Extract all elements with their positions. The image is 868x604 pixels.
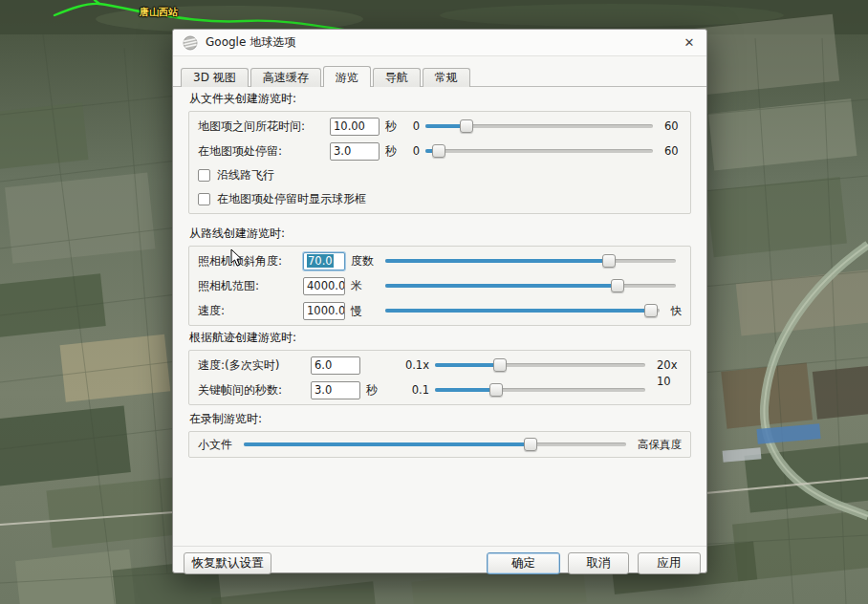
line-speed-row: 速度: 1000.0 慢 快 bbox=[189, 298, 690, 323]
options-dialog: Google 地球选项 ✕ 3D 视图 高速缓存 游览 导航 常规 从文件夹创建… bbox=[172, 29, 707, 573]
mouse-cursor bbox=[230, 248, 243, 267]
slider-max-label: 60 bbox=[664, 119, 682, 133]
show-balloon-row[interactable]: 在地图项处停留时显示球形框 bbox=[189, 187, 690, 211]
wait-at-feature-row: 在地图项处停留: 3.0 秒 0 60 bbox=[189, 139, 690, 163]
section-from-track: 根据航迹创建游览时: 速度:(多次实时) 6.0 0.1x 20x 关键帧间的秒… bbox=[188, 330, 691, 405]
small-file-label: 小文件 bbox=[198, 437, 238, 453]
cancel-button[interactable]: 取消 bbox=[568, 552, 629, 574]
time-between-input[interactable]: 10.00 bbox=[330, 118, 380, 136]
field-label: 在地图项处停留: bbox=[198, 143, 330, 160]
section-title: 从文件夹创建游览时: bbox=[189, 91, 691, 107]
slider-max-label: 10 bbox=[657, 375, 682, 388]
track-speed-row: 速度:(多次实时) 6.0 0.1x 20x bbox=[189, 353, 690, 378]
slider-track[interactable] bbox=[425, 149, 653, 153]
slider-thumb[interactable] bbox=[493, 358, 507, 372]
station-label: 唐山西站 bbox=[140, 6, 178, 19]
section-title: 从路线创建游览时: bbox=[189, 226, 691, 242]
camera-range-input[interactable]: 4000.0 bbox=[303, 277, 345, 295]
fly-along-lines-row[interactable]: 沿线路飞行 bbox=[189, 163, 690, 187]
track-speed-input[interactable]: 6.0 bbox=[311, 356, 360, 375]
wait-input[interactable]: 3.0 bbox=[330, 142, 380, 161]
checkbox-label: 在地图项处停留时显示球形框 bbox=[217, 191, 366, 207]
unit-label: 度数 bbox=[351, 253, 380, 270]
recording-quality-row: 小文件 高保真度 bbox=[189, 434, 690, 455]
tab-general[interactable]: 常规 bbox=[423, 68, 470, 87]
slider-fill bbox=[435, 388, 496, 392]
close-icon[interactable]: ✕ bbox=[680, 34, 699, 52]
slider-fill bbox=[385, 284, 618, 288]
fly-along-lines-checkbox[interactable] bbox=[198, 169, 210, 182]
tab-3d-view[interactable]: 3D 视图 bbox=[181, 68, 249, 87]
checkbox-label: 沿线路飞行 bbox=[217, 167, 274, 183]
google-earth-logo-icon bbox=[183, 35, 198, 51]
slider-min-label: 0 bbox=[404, 144, 420, 158]
field-label: 速度:(多次实时) bbox=[198, 357, 311, 374]
line-speed-input[interactable]: 1000.0 bbox=[303, 302, 345, 320]
slider-thumb[interactable] bbox=[602, 254, 616, 268]
dialog-titlebar[interactable]: Google 地球选项 ✕ bbox=[173, 30, 706, 56]
camera-tilt-slider[interactable] bbox=[385, 253, 676, 269]
slider-min-label: 0 bbox=[404, 119, 420, 133]
slider-thumb[interactable] bbox=[460, 119, 473, 133]
footer-separator bbox=[173, 546, 706, 547]
slow-label: 慢 bbox=[351, 303, 380, 319]
field-label: 关键帧间的秒数: bbox=[198, 382, 311, 399]
field-label: 照相机范围: bbox=[198, 278, 303, 294]
section-recording: 在录制游览时: 小文件 高保真度 bbox=[188, 411, 691, 458]
fast-label: 快 bbox=[671, 304, 683, 318]
slider-thumb[interactable] bbox=[611, 279, 624, 292]
keyframe-seconds-row: 关键帧间的秒数: 3.0 秒 0.1 10 bbox=[189, 378, 690, 402]
apply-button[interactable]: 应用 bbox=[638, 552, 701, 574]
camera-range-row: 照相机范围: 4000.0 米 bbox=[189, 273, 690, 298]
unit-label: 秒 bbox=[366, 382, 383, 399]
unit-label: 秒 bbox=[385, 143, 397, 160]
unit-label: 秒 bbox=[385, 119, 397, 135]
slider-fill bbox=[435, 363, 500, 367]
slider-max-label: 20x bbox=[657, 358, 682, 372]
section-title: 在录制游览时: bbox=[189, 411, 691, 427]
section-title: 根据航迹创建游览时: bbox=[189, 330, 691, 346]
camera-tilt-row: 照相机倾斜角度: 70.0 度数 bbox=[189, 248, 690, 273]
section-from-folder: 从文件夹创建游览时: 地图项之间所花时间: 10.00 秒 0 60 在地图项处… bbox=[188, 91, 691, 214]
slider-min-label: 0.1 bbox=[391, 383, 429, 397]
screen: 唐山西站 Google 地球选项 ✕ 3D 视图 高速缓存 游览 导航 常规 bbox=[0, 0, 868, 604]
slider-thumb[interactable] bbox=[432, 144, 445, 158]
time-between-slider[interactable] bbox=[425, 119, 653, 134]
tab-navigation[interactable]: 导航 bbox=[373, 68, 421, 87]
slider-thumb[interactable] bbox=[644, 304, 658, 317]
line-speed-slider[interactable] bbox=[385, 303, 660, 318]
slider-thumb[interactable] bbox=[489, 383, 503, 397]
camera-tilt-input[interactable]: 70.0 bbox=[303, 252, 345, 270]
show-balloon-checkbox[interactable] bbox=[198, 193, 210, 205]
wait-slider[interactable] bbox=[425, 143, 653, 159]
keyframe-seconds-input[interactable]: 3.0 bbox=[311, 381, 360, 399]
field-label: 照相机倾斜角度: bbox=[198, 253, 303, 270]
restore-defaults-button[interactable]: 恢复默认设置 bbox=[184, 552, 271, 574]
slider-fill bbox=[385, 309, 651, 313]
field-label: 速度: bbox=[198, 303, 303, 319]
slider-min-label: 0.1x bbox=[391, 358, 429, 372]
high-fidelity-label: 高保真度 bbox=[638, 438, 682, 452]
recording-quality-slider[interactable] bbox=[244, 437, 626, 452]
dialog-title: Google 地球选项 bbox=[206, 34, 295, 51]
time-between-features-row: 地图项之间所花时间: 10.00 秒 0 60 bbox=[189, 114, 690, 139]
field-label: 地图项之间所花时间: bbox=[198, 119, 330, 135]
tab-cache[interactable]: 高速缓存 bbox=[250, 68, 321, 87]
track-speed-slider[interactable] bbox=[435, 357, 645, 373]
slider-fill bbox=[244, 442, 531, 446]
slider-fill bbox=[385, 259, 609, 263]
section-from-line: 从路线创建游览时: 照相机倾斜角度: 70.0 度数 照相机范围: 4000.0… bbox=[188, 226, 691, 326]
keyframe-seconds-slider[interactable] bbox=[435, 382, 645, 398]
tab-touring[interactable]: 游览 bbox=[323, 66, 371, 87]
camera-range-slider[interactable] bbox=[385, 278, 676, 293]
unit-label: 米 bbox=[351, 278, 380, 294]
slider-thumb[interactable] bbox=[524, 438, 537, 451]
ok-button[interactable]: 确定 bbox=[487, 552, 560, 574]
slider-max-label: 60 bbox=[664, 144, 682, 158]
tabbar: 3D 视图 高速缓存 游览 导航 常规 bbox=[181, 68, 699, 87]
